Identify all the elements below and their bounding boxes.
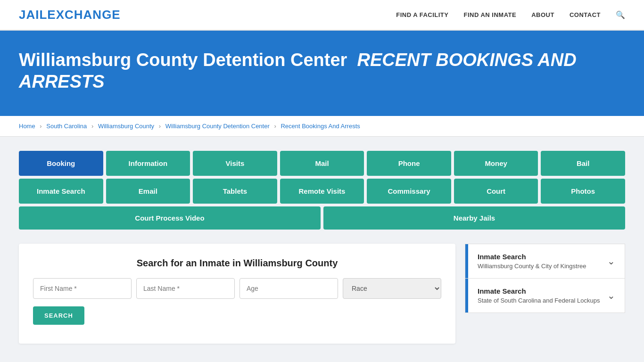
tab-photos[interactable]: Photos <box>541 179 625 204</box>
breadcrumb-sep-2: › <box>91 123 93 130</box>
tab-email[interactable]: Email <box>106 179 190 204</box>
sidebar-card-2-wrapper: Inmate Search State of South Carolina an… <box>465 278 625 313</box>
age-input[interactable] <box>239 278 338 299</box>
tab-row-1: Booking Information Visits Mail Phone Mo… <box>19 151 625 176</box>
logo-blue: EXCHANGE <box>47 8 120 22</box>
nav-find-inmate[interactable]: FIND AN INMATE <box>463 11 516 18</box>
sidebar-card-2[interactable]: Inmate Search State of South Carolina an… <box>468 279 625 313</box>
tab-nearby-jails[interactable]: Nearby Jails <box>323 206 625 230</box>
sidebar-card-2-text: Inmate Search State of South Carolina an… <box>478 287 600 304</box>
nav-about[interactable]: ABOUT <box>531 11 554 18</box>
tab-tablets[interactable]: Tablets <box>193 179 277 204</box>
tab-row-2: Inmate Search Email Tablets Remote Visit… <box>19 179 625 204</box>
tab-visits[interactable]: Visits <box>193 151 277 176</box>
logo-black: JAIL <box>19 8 47 22</box>
header: JAILEXCHANGE FIND A FACILITY FIND AN INM… <box>0 0 644 31</box>
tab-row-3: Court Process Video Nearby Jails <box>19 206 625 230</box>
main-content: Booking Information Visits Mail Phone Mo… <box>0 137 644 358</box>
first-name-input[interactable] <box>33 278 132 299</box>
tab-phone[interactable]: Phone <box>367 151 451 176</box>
hero-title-main: Williamsburg County Detention Center <box>19 50 347 70</box>
chevron-down-icon-1: ⌄ <box>607 255 615 267</box>
tab-court[interactable]: Court <box>454 179 538 204</box>
inmate-search-form: Search for an Inmate in Williamsburg Cou… <box>19 244 455 344</box>
chevron-down-icon-2: ⌄ <box>607 290 615 301</box>
tab-inmate-search[interactable]: Inmate Search <box>19 179 103 204</box>
tab-commissary[interactable]: Commissary <box>367 179 451 204</box>
last-name-input[interactable] <box>136 278 235 299</box>
tab-remote-visits[interactable]: Remote Visits <box>280 179 364 204</box>
sidebar-card-2-title: Inmate Search <box>478 287 600 295</box>
breadcrumb: Home › South Carolina › Williamsburg Cou… <box>0 116 644 137</box>
search-form-title: Search for an Inmate in Williamsburg Cou… <box>33 258 441 269</box>
sidebar-card-1-title: Inmate Search <box>478 253 586 261</box>
nav-contact[interactable]: CONTACT <box>570 11 601 18</box>
sidebar-card-1[interactable]: Inmate Search Williamsburg County & City… <box>468 244 625 278</box>
hero-banner: Williamsburg County Detention Center REC… <box>0 31 644 116</box>
tab-mail[interactable]: Mail <box>280 151 364 176</box>
breadcrumb-current[interactable]: Recent Bookings And Arrests <box>281 123 360 130</box>
breadcrumb-county[interactable]: Williamsburg County <box>98 123 154 130</box>
tab-bail[interactable]: Bail <box>541 151 625 176</box>
main-nav: FIND A FACILITY FIND AN INMATE ABOUT CON… <box>396 10 625 19</box>
tab-booking[interactable]: Booking <box>19 151 103 176</box>
sidebar-card-2-subtitle: State of South Carolina and Federal Lock… <box>478 297 600 304</box>
race-select[interactable]: Race White Black Hispanic Asian Other <box>343 278 441 299</box>
sidebar-card-1-subtitle: Williamsburg County & City of Kingstree <box>478 263 586 270</box>
breadcrumb-home[interactable]: Home <box>19 123 35 130</box>
sidebar-card-1-wrapper: Inmate Search Williamsburg County & City… <box>465 244 625 279</box>
sidebar: Inmate Search Williamsburg County & City… <box>465 244 625 313</box>
search-icon[interactable]: 🔍 <box>616 10 625 19</box>
search-button[interactable]: SEARCH <box>33 306 84 325</box>
sidebar-card-1-text: Inmate Search Williamsburg County & City… <box>478 253 586 270</box>
breadcrumb-facility[interactable]: Williamsburg County Detention Center <box>165 123 270 130</box>
tab-information[interactable]: Information <box>106 151 190 176</box>
breadcrumb-sc[interactable]: South Carolina <box>46 123 87 130</box>
search-inputs-row: Race White Black Hispanic Asian Other <box>33 278 441 299</box>
tab-court-process-video[interactable]: Court Process Video <box>19 206 321 230</box>
hero-title: Williamsburg County Detention Center REC… <box>19 49 625 92</box>
breadcrumb-sep-4: › <box>274 123 276 130</box>
breadcrumb-sep-1: › <box>40 123 41 130</box>
bottom-section: Search for an Inmate in Williamsburg Cou… <box>19 244 625 344</box>
tab-money[interactable]: Money <box>454 151 538 176</box>
nav-find-facility[interactable]: FIND A FACILITY <box>396 11 448 18</box>
breadcrumb-sep-3: › <box>159 123 161 130</box>
logo[interactable]: JAILEXCHANGE <box>19 8 121 22</box>
